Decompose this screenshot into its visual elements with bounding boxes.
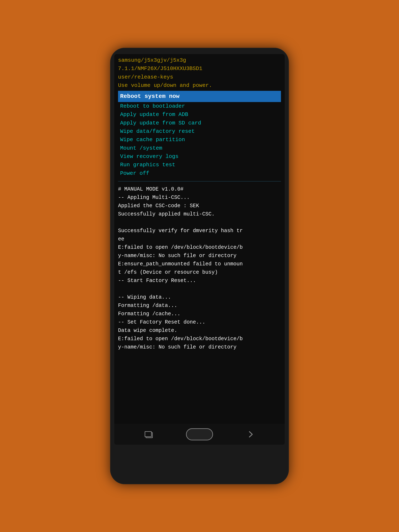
top-info-line-4: Use volume up/down and power. (118, 82, 212, 89)
menu-item-6[interactable]: View recovery logs (118, 152, 281, 161)
log-line-0: # MANUAL MODE v1.0.0# (118, 185, 281, 193)
menu-item-8[interactable]: Power off (118, 169, 281, 177)
log-line-8: y-name/misc: No such file or directory (118, 252, 281, 260)
log-line-4 (118, 218, 281, 227)
log-line-9: E:ensure_path_unmounted failed to unmoun (118, 260, 281, 268)
log-line-6: ee (118, 235, 281, 243)
log-output: # MANUAL MODE v1.0.0# -- Appling Multi-C… (118, 185, 281, 351)
home-button[interactable] (186, 428, 213, 440)
log-line-13: -- Wiping data... (118, 293, 281, 302)
log-line-3: Successfully applied multi-CSC. (118, 210, 281, 218)
screen-content: samsung/j5x3gjv/j5x3g 7.1.1/NMF26X/J510H… (114, 54, 285, 424)
phone-device: samsung/j5x3gjv/j5x3g 7.1.1/NMF26X/J510H… (110, 48, 289, 484)
section-divider (118, 181, 281, 181)
menu-item-5[interactable]: Mount /system (118, 144, 281, 152)
menu-item-2[interactable]: Apply update from SD card (118, 119, 281, 127)
log-line-2: Applied the CSC-code : SEK (118, 202, 281, 210)
log-line-16: -- Set Factory Reset done... (118, 318, 281, 326)
top-info-line-1: samsung/j5x3gjv/j5x3g (118, 57, 186, 63)
log-line-14: Formatting /data... (118, 302, 281, 310)
log-line-1: -- Appling Multi-CSC... (118, 193, 281, 202)
log-line-19: y-name/misc: No such file or directory (118, 343, 281, 351)
phone-screen: samsung/j5x3gjv/j5x3g 7.1.1/NMF26X/J510H… (114, 54, 285, 445)
menu-item-7[interactable]: Run graphics test (118, 161, 281, 169)
log-line-7: E:failed to open /dev/block/bootdevice/b (118, 243, 281, 252)
navigation-bar (114, 424, 285, 445)
log-line-5: Successfully verify for dmverity hash tr (118, 227, 281, 235)
log-line-18: E:failed to open /dev/block/bootdevice/b (118, 335, 281, 343)
menu-item-3[interactable]: Wipe data/factory reset (118, 127, 281, 135)
log-line-11: -- Start Factory Reset... (118, 277, 281, 285)
log-line-17: Data wipe complete. (118, 326, 281, 335)
top-info-line-3: user/release-keys (118, 74, 173, 80)
log-line-10: t /efs (Device or resource busy) (118, 268, 281, 277)
menu-item-selected[interactable]: Reboot system now (118, 91, 281, 102)
recents-button[interactable] (143, 429, 153, 439)
log-line-15: Formatting /cache... (118, 310, 281, 318)
back-button[interactable] (246, 429, 256, 439)
recovery-menu[interactable]: Reboot system now Reboot to bootloader A… (118, 91, 281, 177)
menu-item-4[interactable]: Wipe cache partition (118, 135, 281, 144)
top-info-line-2: 7.1.1/NMF26X/J510HXXU3BSD1 (118, 65, 203, 72)
top-info-block: samsung/j5x3gjv/j5x3g 7.1.1/NMF26X/J510H… (118, 56, 281, 89)
menu-item-0[interactable]: Reboot to bootloader (118, 102, 281, 110)
menu-item-1[interactable]: Apply update from ADB (118, 110, 281, 119)
log-line-12 (118, 285, 281, 293)
